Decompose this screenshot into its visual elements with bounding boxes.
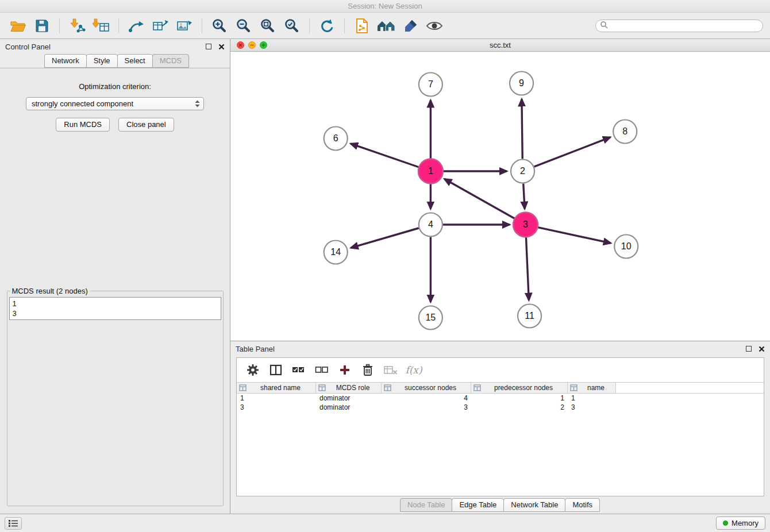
refresh-icon[interactable] [317,16,337,36]
edge-2-9[interactable] [522,99,522,159]
zoom-out-icon[interactable] [233,16,254,36]
add-row-icon[interactable] [336,361,354,379]
main-area: Control Panel NetworkStyleSelectMCDS Opt… [0,39,770,514]
new-network-icon[interactable] [126,16,147,36]
mcds-result-list[interactable]: 13 [9,297,221,320]
mcds-result-title: MCDS result (2 nodes) [10,287,90,295]
import-network-icon[interactable] [67,16,87,36]
delete-row-icon[interactable] [359,361,377,379]
table-rows: 1dominator4113dominator323 [237,394,764,496]
node-10[interactable]: 10 [614,235,638,259]
float-table-panel-icon[interactable] [746,346,752,352]
zoom-selected-icon[interactable] [282,16,302,36]
tab-edge-table[interactable]: Edge Table [452,498,504,512]
node-1[interactable]: 1 [418,159,443,184]
network-graph[interactable]: 7968124314101511 [230,52,770,341]
mcds-result-group: MCDS result (2 nodes) 13 [7,287,224,506]
tab-node-table[interactable]: Node Table [400,498,453,512]
column-type-icon [473,384,481,391]
svg-text:15: 15 [425,313,436,323]
save-icon[interactable] [32,16,52,36]
edge-2-8[interactable] [534,137,611,167]
tab-network[interactable]: Network [44,54,87,68]
select-all-icon[interactable] [290,361,308,379]
column-header-successor-nodes[interactable]: successor nodes [382,383,471,393]
node-3[interactable]: 3 [513,213,538,237]
node-7[interactable]: 7 [419,73,442,97]
table-cell: 4 [382,394,471,403]
svg-text:4: 4 [428,220,433,230]
edge-3-1[interactable] [444,179,514,219]
memory-button[interactable]: Memory [716,516,765,530]
mcds-result-line: 3 [13,309,218,318]
zoom-window-icon[interactable] [260,41,267,49]
document-network-icon[interactable] [352,16,372,36]
task-history-button[interactable] [5,517,22,530]
node-9[interactable]: 9 [510,72,533,95]
table-panel-header: Table Panel [230,341,770,356]
close-panel-button[interactable]: Close panel [118,118,174,132]
zoom-fit-icon[interactable] [257,16,278,36]
column-label: successor nodes [392,384,468,392]
unselect-all-icon[interactable] [313,361,331,379]
close-window-icon[interactable] [237,41,244,49]
tab-network-table[interactable]: Network Table [503,498,565,512]
column-header-shared-name[interactable]: shared name [237,383,316,393]
edge-3-11[interactable] [526,237,529,300]
svg-text:11: 11 [525,311,534,321]
edge-4-14[interactable] [351,228,419,248]
column-type-icon [318,384,326,391]
tab-motifs[interactable]: Motifs [565,498,600,512]
svg-text:3: 3 [523,220,528,230]
node-15[interactable]: 15 [419,306,442,330]
settings-gear-icon[interactable] [244,361,262,379]
node-8[interactable]: 8 [613,120,637,144]
tab-mcds[interactable]: MCDS [152,54,189,68]
node-11[interactable]: 11 [518,304,541,328]
network-from-table-icon[interactable] [150,16,171,36]
close-table-panel-icon[interactable] [759,346,765,352]
show-hide-eye-icon[interactable] [424,16,445,36]
column-type-icon [239,384,247,391]
column-header-MCDS-role[interactable]: MCDS role [316,383,382,393]
table-panel: Table Panel [230,341,770,514]
memory-label: Memory [732,519,759,527]
search-input[interactable] [611,22,759,30]
tab-select[interactable]: Select [117,54,153,68]
main-toolbar [0,13,770,39]
network-canvas[interactable]: 7968124314101511 [230,52,770,341]
export-image-icon[interactable] [174,16,195,36]
column-label: MCDS role [327,384,379,392]
style-brush-icon[interactable] [400,16,421,36]
mcds-result-line: 1 [13,299,218,309]
edge-1-6[interactable] [351,144,419,167]
show-columns-icon[interactable] [267,361,285,379]
zoom-in-icon[interactable] [209,16,230,36]
column-header-predecessor-nodes[interactable]: predecessor nodes [471,383,568,393]
minimize-window-icon[interactable] [248,41,256,49]
node-14[interactable]: 14 [324,241,348,264]
node-4[interactable]: 4 [419,213,442,237]
optimization-criterion-select[interactable]: strongly connected component [26,97,204,110]
network-window-title: scc.txt [490,41,511,49]
float-panel-icon[interactable] [206,44,211,49]
open-folder-icon[interactable] [7,16,28,36]
edge-2-3[interactable] [523,184,525,209]
edge-3-10[interactable] [538,228,611,244]
table-row[interactable]: 1dominator411 [237,394,764,403]
svg-text:10: 10 [621,242,632,252]
node-6[interactable]: 6 [324,127,348,151]
import-table-icon[interactable] [91,16,111,36]
column-header-name[interactable]: name [568,383,616,393]
close-panel-icon[interactable] [218,44,225,50]
home-icon[interactable] [376,16,396,36]
table-cell: 2 [471,403,568,412]
window-controls [237,41,267,49]
table-cell: 1 [237,394,316,403]
dropdown-stepper-icon [195,100,203,107]
tab-style[interactable]: Style [86,54,118,68]
node-2[interactable]: 2 [511,160,534,183]
table-row[interactable]: 3dominator323 [237,403,764,412]
search-box[interactable] [595,20,763,32]
run-mcds-button[interactable]: Run MCDS [56,118,110,132]
